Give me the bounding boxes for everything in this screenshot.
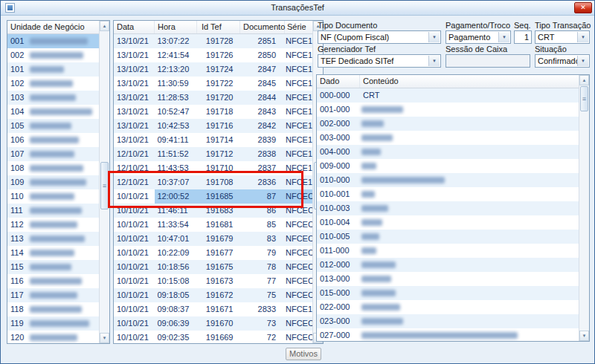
redacted-text — [30, 306, 82, 313]
dado-row[interactable]: 010-005 — [317, 230, 579, 244]
unidade-scrollbar[interactable]: ▲ ≡ ▼ — [99, 21, 109, 343]
dado-row[interactable]: 001-000 — [317, 103, 579, 117]
unidade-row[interactable]: 118 — [7, 302, 99, 316]
transaction-row[interactable]: 10/10/2110:15:0819167377NFCEC — [114, 274, 312, 288]
chevron-down-icon[interactable]: ▼ — [577, 56, 588, 66]
chevron-down-icon[interactable]: ▼ — [577, 32, 588, 42]
unidade-row[interactable]: 109 — [7, 175, 99, 189]
dado-row[interactable]: 004-000 — [317, 145, 579, 159]
transaction-row[interactable]: 13/10/2110:52:471917182843NFCE1 — [114, 105, 312, 119]
dado-row[interactable]: 011-000 — [317, 244, 579, 258]
dado-row[interactable]: 009-000 — [317, 159, 579, 173]
close-button[interactable]: ✕ — [574, 2, 592, 13]
transaction-row[interactable]: 13/10/2110:42:531917162842NFCE1 — [114, 119, 312, 133]
redacted-text — [361, 163, 376, 169]
transaction-row[interactable]: 13/10/2111:28:531917202844NFCE1 — [114, 91, 312, 105]
transaction-row[interactable]: 10/10/2109:06:3919167073NFCEC — [114, 316, 312, 331]
unidade-row[interactable]: 110 — [7, 189, 99, 204]
dado-row[interactable]: 013-000 — [317, 272, 579, 286]
transaction-row[interactable]: 10/10/2109:18:0519167275NFCEC — [114, 288, 312, 302]
transaction-row[interactable]: 12/10/2110:37:071917082836NFCE1 — [114, 175, 312, 189]
scroll-down-icon[interactable]: ▼ — [100, 333, 109, 343]
unidade-row[interactable]: 104 — [7, 105, 99, 119]
column-header-documento[interactable]: Documento — [240, 21, 285, 33]
transaction-row[interactable]: 10/10/2110:47:0119167983NFCEC — [114, 232, 312, 246]
scroll-up-icon[interactable]: ▲ — [579, 75, 589, 85]
column-header-conteudo[interactable]: Conteúdo — [360, 75, 589, 88]
transaction-row[interactable]: 10/10/2110:18:5619167578NFCEC — [114, 260, 312, 274]
unidade-row[interactable]: 119 — [7, 316, 99, 331]
transaction-row[interactable]: 10/10/2109:08:371916712833NFCE1 — [114, 302, 312, 316]
unidade-row[interactable]: 108 — [7, 161, 99, 175]
column-header-unidade[interactable]: Unidade de Negócio — [7, 21, 109, 33]
unidade-row[interactable]: 002 — [7, 48, 99, 62]
scroll-down-icon[interactable]: ▼ — [579, 331, 589, 341]
dado-row[interactable]: 010-004 — [317, 215, 579, 230]
column-header-hora[interactable]: Hora — [155, 21, 197, 33]
column-header-idtef[interactable]: Id Tef — [197, 21, 240, 33]
cell-idtef: 191712 — [196, 147, 239, 161]
transaction-row[interactable]: 10/10/2109:02:3519166972NFCEC — [114, 331, 312, 343]
redacted-text — [30, 334, 77, 341]
transaction-row[interactable]: 10/10/2110:22:0919167779NFCEC — [114, 246, 312, 260]
transaction-row[interactable]: 13/10/2109:41:111917142839NFCE1 — [114, 133, 312, 147]
dado-code: 010-000 — [317, 173, 360, 187]
dado-row[interactable]: 015-000 — [317, 286, 579, 300]
column-header-data[interactable]: Data — [114, 21, 155, 33]
transaction-row[interactable]: 13/10/2112:41:541917262850NFCE1 — [114, 48, 312, 62]
transaction-row[interactable]: 13/10/2111:30:591917222845NFCE1 — [114, 77, 312, 91]
dado-row[interactable]: 000-000CRT — [317, 88, 579, 103]
pagamento-troco-select[interactable]: Pagamento ▼ — [446, 30, 511, 44]
chevron-down-icon[interactable]: ▼ — [428, 56, 440, 66]
situacao-select[interactable]: Confirmado ▼ — [535, 54, 590, 68]
sessao-caixa-field[interactable] — [446, 54, 530, 68]
column-header-serie[interactable]: Série — [285, 21, 314, 33]
cell-documento: 2838 — [239, 147, 284, 161]
dado-row[interactable]: 010-001 — [317, 187, 579, 201]
unidade-row[interactable]: 106 — [7, 133, 99, 147]
scroll-up-icon[interactable]: ▲ — [100, 21, 109, 31]
unidade-row[interactable]: 114 — [7, 246, 99, 260]
unidade-row[interactable]: 116 — [7, 274, 99, 288]
unidade-row[interactable]: 111 — [7, 204, 99, 218]
dados-scrollbar[interactable]: ▲ ≡ ▼ — [579, 75, 589, 341]
chevron-down-icon[interactable]: ▼ — [428, 32, 440, 42]
unidade-row[interactable]: 103 — [7, 91, 99, 105]
scroll-thumb[interactable]: ≡ — [100, 162, 109, 209]
transaction-row[interactable]: 10/10/2112:00:5219168587NFCEC — [114, 189, 312, 204]
transaction-row[interactable]: 12/10/2111:43:531917102837NFCE1 — [114, 161, 312, 175]
motivos-button[interactable]: Motivos — [286, 348, 321, 360]
unidade-row[interactable]: 107 — [7, 147, 99, 161]
tipo-transacao-select[interactable]: CRT ▼ — [535, 30, 590, 44]
transaction-row[interactable]: 13/10/2113:07:221917282851NFCE1 — [114, 34, 312, 48]
chevron-down-icon[interactable]: ▼ — [498, 32, 509, 42]
dado-row[interactable]: 002-000 — [317, 117, 579, 131]
seq-field[interactable]: 1 — [514, 30, 532, 44]
unidade-row[interactable]: 115 — [7, 260, 99, 274]
transaction-row[interactable]: 12/10/2111:51:521917122838NFCE1 — [114, 147, 312, 161]
dado-row[interactable]: 010-003 — [317, 201, 579, 215]
gerenciador-tef-select[interactable]: TEF Dedicado SITef ▼ — [318, 54, 441, 68]
cell-documento: 2837 — [239, 161, 284, 175]
dado-row[interactable]: 012-000 — [317, 258, 579, 272]
unidade-row[interactable]: 101 — [7, 62, 99, 77]
transaction-row[interactable]: 10/10/2111:46:1119168386NFCEC — [114, 204, 312, 218]
dado-row[interactable]: 022-000 — [317, 300, 579, 314]
unidade-row[interactable]: 117 — [7, 288, 99, 302]
dado-row[interactable]: 010-000 — [317, 173, 579, 187]
unidade-row[interactable]: 113 — [7, 232, 99, 246]
dado-row[interactable]: 023-000 — [317, 314, 579, 328]
unidade-row[interactable]: 120 — [7, 331, 99, 343]
transaction-row[interactable]: 13/10/2112:13:201917242847NFCE1 — [114, 62, 312, 77]
transaction-row[interactable]: 10/10/2111:33:5419168185NFCEC — [114, 218, 312, 232]
cell-data: 10/10/21 — [114, 288, 155, 302]
unidade-row[interactable]: 105 — [7, 119, 99, 133]
unidade-row[interactable]: 102 — [7, 77, 99, 91]
unidade-row[interactable]: 112 — [7, 218, 99, 232]
tipo-documento-select[interactable]: NF (Cupom Fiscal) ▼ — [318, 30, 441, 44]
column-header-dado[interactable]: Dado — [317, 75, 360, 88]
dado-row[interactable]: 027-000 — [317, 328, 579, 341]
dado-row[interactable]: 003-000 — [317, 131, 579, 145]
unidade-row[interactable]: 001 — [7, 34, 99, 48]
scroll-thumb[interactable]: ≡ — [580, 86, 588, 111]
